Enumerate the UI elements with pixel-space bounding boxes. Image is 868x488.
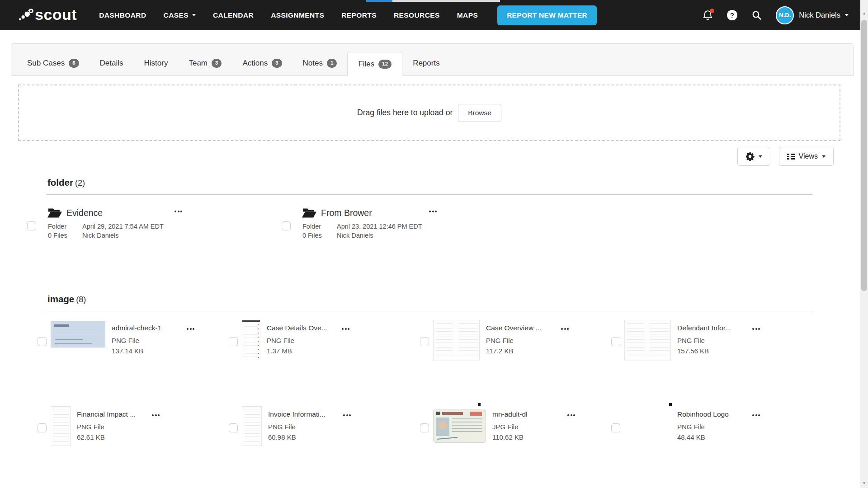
tab-notes[interactable]: Notes1: [292, 51, 348, 75]
file-title[interactable]: mn-adult-dl: [492, 410, 561, 419]
file-checkbox[interactable]: [611, 423, 620, 432]
more-options-button[interactable]: [150, 413, 161, 488]
views-dropdown-button[interactable]: Views: [779, 147, 834, 166]
folder-icon: [302, 207, 317, 219]
more-options-button[interactable]: [341, 413, 353, 488]
scroll-up-arrow[interactable]: ▲: [860, 10, 868, 17]
nav-item-calendar[interactable]: CALENDAR: [204, 0, 262, 30]
tab-count-badge: 12: [378, 60, 392, 69]
user-name: Nick Daniels: [799, 11, 840, 19]
file-size: 48.44 KB: [677, 432, 746, 442]
file-dropzone[interactable]: Drag files here to upload or Browse: [18, 84, 840, 141]
thumbnail-image-license: [433, 409, 486, 443]
file-title[interactable]: Robinhood Logo: [677, 410, 746, 419]
tab-sub-cases[interactable]: Sub Cases6: [17, 51, 90, 75]
vertical-scrollbar[interactable]: ▲ ▼: [860, 0, 868, 488]
folder-checkbox[interactable]: [282, 221, 291, 230]
nav-item-label: CASES: [164, 11, 189, 19]
folder-title[interactable]: From Brower: [321, 208, 372, 218]
file-thumbnail[interactable]: [433, 406, 486, 488]
tab-label: Actions: [242, 59, 268, 68]
file-title[interactable]: Defendant Infor...: [677, 324, 746, 333]
help-button[interactable]: ?: [726, 9, 738, 21]
folder-checkbox[interactable]: [27, 221, 36, 230]
more-options-button[interactable]: [340, 326, 351, 403]
user-menu[interactable]: N.D. Nick Daniels: [776, 6, 849, 24]
nav-item-label: MAPS: [457, 11, 478, 19]
tab-label: Details: [100, 59, 123, 68]
file-info: Case Overview ...PNG File117.2 KB: [486, 320, 555, 403]
nav-item-dashboard[interactable]: DASHBOARD: [90, 0, 155, 30]
folder-title[interactable]: Evidence: [66, 208, 103, 218]
search-button[interactable]: [750, 9, 762, 21]
brand-logo[interactable]: scout: [18, 8, 77, 23]
tab-files[interactable]: Files12: [347, 52, 402, 76]
brand-text: scout: [35, 7, 77, 22]
nav-item-maps[interactable]: MAPS: [448, 0, 486, 30]
list-view-icon: [787, 154, 795, 160]
file-checkbox[interactable]: [420, 337, 429, 346]
file-title[interactable]: Financial Impact ...: [77, 410, 146, 419]
more-options-button[interactable]: [427, 209, 439, 239]
folder-date: April 23, 2021 12:46 PM EDT: [337, 223, 427, 230]
more-options-button[interactable]: [559, 326, 571, 403]
more-options-button[interactable]: [750, 413, 762, 488]
nav-item-assignments[interactable]: ASSIGNMENTS: [262, 0, 333, 30]
file-thumbnail[interactable]: [51, 320, 105, 403]
settings-dropdown-button[interactable]: [737, 147, 770, 166]
folder-card-from-brower: From BrowerFolderApril 23, 2021 12:46 PM…: [282, 204, 536, 239]
file-checkbox[interactable]: [38, 423, 47, 432]
folder-kind: Folder: [302, 223, 330, 230]
nav-item-label: ASSIGNMENTS: [271, 11, 324, 19]
file-size: 60.98 KB: [268, 432, 337, 442]
nav-item-cases[interactable]: CASES: [155, 0, 204, 30]
folder-meta: FolderApril 23, 2021 12:46 PM EDT0 Files…: [302, 223, 427, 239]
file-thumbnail[interactable]: [51, 406, 71, 488]
file-checkbox[interactable]: [611, 337, 620, 346]
file-thumbnail[interactable]: [624, 406, 671, 488]
file-checkbox[interactable]: [420, 423, 429, 432]
image-file-grid: admiral-check-1PNG File137.14 KBCase Det…: [38, 316, 802, 488]
file-size: 110.62 KB: [492, 432, 561, 442]
tab-actions[interactable]: Actions3: [232, 51, 292, 75]
folder-card-body: EvidenceFolderApril 29, 2021 7:54 AM EDT…: [47, 204, 173, 239]
tab-history[interactable]: History: [134, 51, 179, 75]
file-card-mn-adult-dl: mn-adult-dlJPG File110.62 KB: [420, 403, 611, 488]
file-checkbox[interactable]: [229, 337, 238, 346]
avatar: N.D.: [776, 6, 794, 24]
tab-reports[interactable]: Reports: [402, 51, 450, 75]
file-title[interactable]: Case Details Ove...: [267, 324, 335, 333]
file-thumbnail[interactable]: [624, 320, 671, 403]
more-options-button[interactable]: [750, 326, 762, 403]
tab-details[interactable]: Details: [90, 51, 134, 75]
nav-item-label: CALENDAR: [213, 11, 254, 19]
file-thumbnail[interactable]: [433, 320, 480, 403]
file-card-financial-impact: Financial Impact ...PNG File62.61 KB: [38, 403, 229, 488]
file-checkbox[interactable]: [229, 423, 238, 432]
tab-count-badge: 3: [212, 59, 222, 68]
report-new-matter-button[interactable]: REPORT NEW MATTER: [497, 5, 597, 25]
nav-menu: DASHBOARDCASESCALENDARASSIGNMENTSREPORTS…: [90, 0, 486, 30]
folder-card-body: From BrowerFolderApril 23, 2021 12:46 PM…: [302, 204, 427, 239]
file-thumbnail[interactable]: [242, 320, 260, 403]
more-options-button[interactable]: [566, 413, 577, 488]
more-options-button[interactable]: [185, 326, 196, 403]
file-title[interactable]: Invoice Informati...: [268, 410, 337, 419]
tab-team[interactable]: Team3: [178, 51, 232, 75]
tab-label: History: [144, 59, 168, 68]
file-title[interactable]: admiral-check-1: [112, 324, 180, 333]
browse-button[interactable]: Browse: [458, 104, 501, 122]
file-thumbnail[interactable]: [242, 406, 262, 488]
notifications-button[interactable]: [702, 9, 713, 21]
more-options-button[interactable]: [173, 209, 184, 239]
scroll-down-arrow[interactable]: ▼: [860, 480, 868, 487]
gear-icon: [745, 152, 755, 161]
file-card-defendant-infor: Defendant Infor...PNG File157.56 KB: [611, 316, 802, 403]
file-type: PNG File: [77, 422, 146, 432]
nav-item-reports[interactable]: REPORTS: [333, 0, 385, 30]
file-title[interactable]: Case Overview ...: [486, 324, 555, 333]
nav-item-resources[interactable]: RESOURCES: [385, 0, 448, 30]
thumbnail-image-check: [51, 321, 105, 347]
file-checkbox[interactable]: [38, 337, 47, 346]
scroll-thumb[interactable]: [861, 20, 867, 291]
